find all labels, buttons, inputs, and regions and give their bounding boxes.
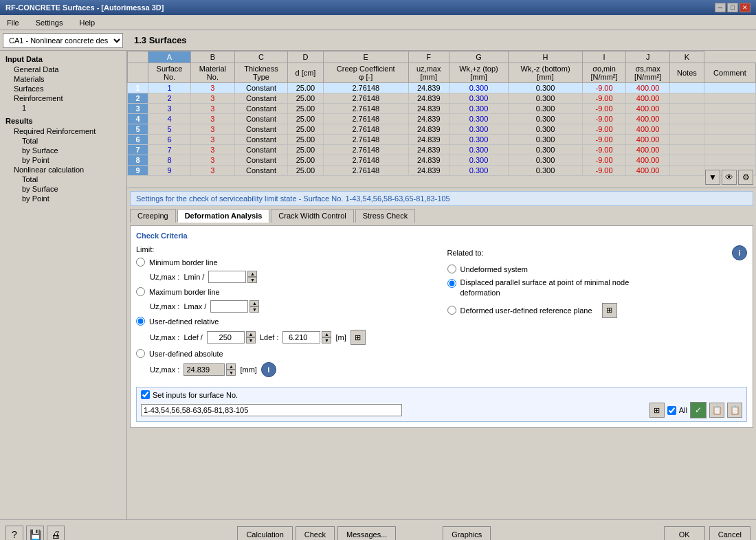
- graphics-btn[interactable]: Graphics: [443, 526, 491, 541]
- displaced-radio[interactable]: [447, 279, 456, 288]
- sidebar-general-data[interactable]: General Data: [0, 65, 126, 74]
- deformed-pick-btn[interactable]: ⊞: [602, 303, 617, 318]
- ldef-input[interactable]: [207, 331, 245, 344]
- table-row[interactable]: 7 7 3 Constant 25.00 2.76148 24.839 0.30…: [128, 145, 756, 155]
- ldefm-input[interactable]: [282, 331, 320, 344]
- tab-crack-width-control[interactable]: Crack Width Control: [271, 209, 353, 223]
- cell-row-num: 2: [128, 93, 148, 104]
- set-inputs-checkbox[interactable]: [141, 390, 150, 399]
- cell-uzmax: 24.839: [408, 83, 449, 93]
- ldefm-label: Ldef :: [260, 333, 279, 341]
- save-btn[interactable]: 💾: [26, 526, 44, 541]
- table-row[interactable]: 1 1 3 Constant 25.00 2.76148 24.839 0.30…: [128, 83, 756, 93]
- sidebar-materials[interactable]: Materials: [0, 74, 126, 84]
- all-checkbox[interactable]: [667, 406, 676, 415]
- cell-mat-no: 3: [191, 155, 235, 166]
- abs-up[interactable]: ▲: [226, 363, 236, 370]
- sidebar-required-reinforcement[interactable]: Required Reinforcement: [0, 126, 126, 136]
- lmin-up[interactable]: ▲: [247, 271, 257, 277]
- surface-pick-btn[interactable]: ⊞: [649, 403, 665, 418]
- cell-creep: 2.76148: [323, 166, 408, 176]
- minimize-btn[interactable]: ─: [715, 3, 726, 12]
- menu-settings[interactable]: Settings: [32, 17, 67, 28]
- subheader-creep: Creep Coefficientφ [-]: [323, 63, 408, 83]
- messages-btn[interactable]: Messages...: [337, 526, 396, 541]
- view-btn[interactable]: 👁: [722, 170, 737, 185]
- right-col: Related to: i Undeformed system Displace…: [447, 245, 748, 381]
- menu-help[interactable]: Help: [75, 17, 99, 28]
- abs-down[interactable]: ▼: [226, 370, 236, 376]
- sidebar-reinforcement-1[interactable]: 1: [0, 103, 126, 113]
- tab-creeping[interactable]: Creeping: [130, 209, 176, 223]
- ldef-up[interactable]: ▲: [246, 331, 256, 337]
- max-border-radio[interactable]: [136, 287, 145, 296]
- cell-sigmax: 400.00: [626, 93, 670, 104]
- sidebar-req-by-point[interactable]: by Point: [0, 155, 126, 165]
- sidebar-reinforcement[interactable]: Reinforcement: [0, 93, 126, 103]
- unit-m: [m]: [335, 333, 346, 341]
- sidebar-surfaces[interactable]: Surfaces: [0, 84, 126, 93]
- abs-arrows: ▲ ▼: [226, 363, 236, 376]
- cell-wktop: 0.300: [449, 93, 509, 104]
- cancel-btn[interactable]: Cancel: [709, 526, 751, 541]
- design-case-selector[interactable]: CA1 - Nonlinear concrete design: [3, 33, 123, 48]
- table-row[interactable]: 8 8 3 Constant 25.00 2.76148 24.839 0.30…: [128, 155, 756, 166]
- user-relative-row: User-defined relative: [136, 317, 436, 326]
- lmin-input[interactable]: [208, 271, 246, 283]
- lmax-down[interactable]: ▼: [249, 306, 259, 313]
- table-row[interactable]: 2 2 3 Constant 25.00 2.76148 24.839 0.30…: [128, 93, 756, 104]
- check-icon-btn[interactable]: ✓: [690, 402, 707, 418]
- maximize-btn[interactable]: □: [727, 3, 738, 12]
- cell-notes: [669, 114, 704, 124]
- table-row[interactable]: 5 5 3 Constant 25.00 2.76148 24.839 0.30…: [128, 124, 756, 135]
- pick-ldef-btn[interactable]: ⊞: [351, 330, 366, 345]
- col-header-i: I: [582, 52, 626, 63]
- lmax-input[interactable]: [210, 300, 248, 313]
- sidebar-req-by-surface[interactable]: by Surface: [0, 146, 126, 155]
- cell-d: 25.00: [288, 155, 324, 166]
- filter-btn[interactable]: ▼: [705, 170, 720, 185]
- deformed-radio[interactable]: [447, 306, 456, 315]
- cell-type: Constant: [234, 155, 287, 166]
- ldef-down[interactable]: ▼: [246, 337, 256, 344]
- export-btn2[interactable]: 📋: [727, 403, 742, 418]
- user-relative-radio[interactable]: [136, 317, 145, 326]
- col-header-f: F: [408, 52, 449, 63]
- menu-file[interactable]: File: [3, 17, 23, 28]
- cell-creep: 2.76148: [323, 93, 408, 104]
- tab-stress-check[interactable]: Stress Check: [355, 209, 415, 223]
- help-btn[interactable]: ?: [5, 526, 23, 541]
- cell-comment: [704, 145, 755, 155]
- cell-type: Constant: [234, 145, 287, 155]
- undeformed-radio[interactable]: [447, 265, 456, 273]
- sidebar-nonlinear[interactable]: Nonlinear calculation: [0, 165, 126, 175]
- surface-ids-input[interactable]: [141, 404, 402, 416]
- table-row[interactable]: 3 3 3 Constant 25.00 2.76148 24.839 0.30…: [128, 104, 756, 114]
- close-btn[interactable]: ✕: [740, 3, 751, 12]
- export-btn1[interactable]: 📋: [709, 403, 724, 418]
- abs-info-btn[interactable]: i: [261, 362, 276, 377]
- table-row[interactable]: 6 6 3 Constant 25.00 2.76148 24.839 0.30…: [128, 135, 756, 145]
- sidebar-nl-total[interactable]: Total: [0, 175, 126, 184]
- undeformed-label: Undeformed system: [460, 265, 528, 273]
- table-row[interactable]: 4 4 3 Constant 25.00 2.76148 24.839 0.30…: [128, 114, 756, 124]
- sidebar-nl-by-surface[interactable]: by Surface: [0, 184, 126, 194]
- user-absolute-radio[interactable]: [136, 349, 145, 358]
- sidebar-nl-by-point[interactable]: by Point: [0, 194, 126, 203]
- ldefm-up[interactable]: ▲: [322, 331, 331, 337]
- sidebar-req-total[interactable]: Total: [0, 136, 126, 146]
- tab-deformation-analysis[interactable]: Deformation Analysis: [177, 209, 270, 223]
- table-row[interactable]: 9 9 3 Constant 25.00 2.76148 24.839 0.30…: [128, 166, 756, 176]
- related-info-btn[interactable]: i: [732, 245, 747, 260]
- print-btn[interactable]: 🖨: [47, 526, 65, 541]
- table-container: A B C D E F G H I J K SurfaceNo.: [127, 51, 756, 188]
- lmin-down[interactable]: ▼: [247, 277, 257, 283]
- settings-btn[interactable]: ⚙: [738, 170, 753, 185]
- cell-creep: 2.76148: [323, 135, 408, 145]
- lmax-up[interactable]: ▲: [249, 300, 259, 306]
- min-border-radio[interactable]: [136, 258, 145, 267]
- calculation-btn[interactable]: Calculation: [237, 526, 292, 541]
- ok-btn[interactable]: OK: [664, 526, 705, 541]
- ldefm-down[interactable]: ▼: [322, 337, 331, 344]
- check-btn[interactable]: Check: [296, 526, 335, 541]
